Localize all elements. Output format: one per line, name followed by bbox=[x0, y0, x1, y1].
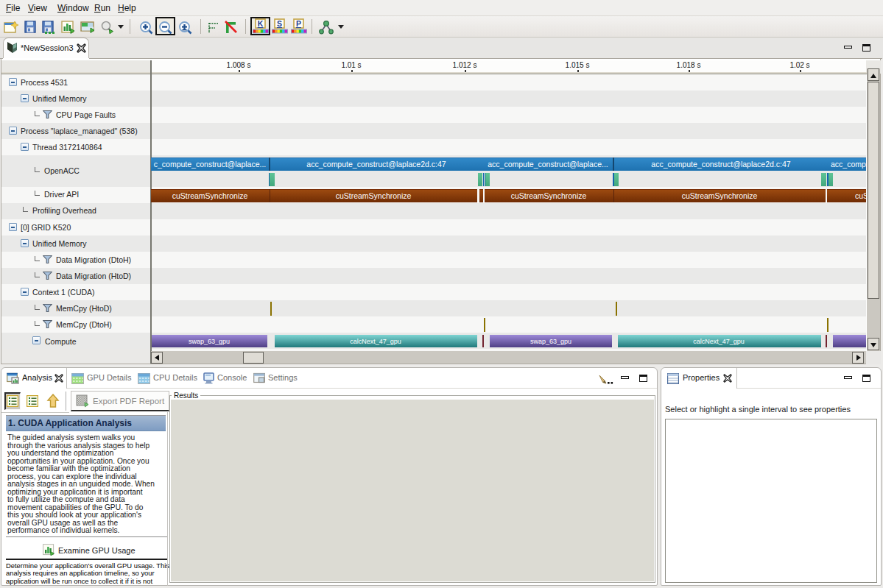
svg-text:K: K bbox=[258, 19, 264, 28]
svg-text:S: S bbox=[277, 19, 282, 28]
svg-text:P: P bbox=[296, 19, 301, 28]
